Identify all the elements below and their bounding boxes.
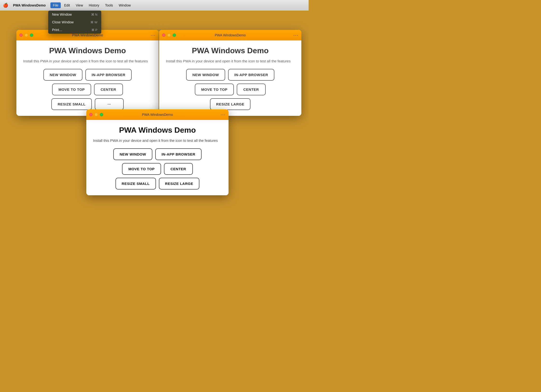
- fullscreen-button-1[interactable]: [30, 33, 33, 37]
- menu-new-window[interactable]: New Window ⌘ N: [48, 11, 101, 18]
- resize-large-btn-2[interactable]: RESIZE LARGE: [210, 98, 251, 110]
- close-button-3[interactable]: [89, 113, 93, 116]
- menu-print[interactable]: Print… ⌘ P: [48, 26, 101, 34]
- center-btn-2[interactable]: CENTER: [237, 84, 266, 95]
- btn-row-1-1: NEW WINDOW IN-APP BROWSER: [43, 69, 132, 81]
- new-window-btn-3[interactable]: NEW WINDOW: [113, 148, 152, 160]
- pwa-window-1: PWA WindowsDemo ··· PWA Windows Demo Ins…: [16, 30, 159, 116]
- button-grid-2: NEW WINDOW IN-APP BROWSER MOVE TO TOP CE…: [166, 69, 295, 110]
- minimize-button-1[interactable]: [25, 33, 28, 37]
- in-app-browser-btn-1[interactable]: IN-APP BROWSER: [85, 69, 132, 81]
- pwa-window-3: PWA WindowsDemo ··· PWA Windows Demo Ins…: [86, 109, 229, 195]
- pwa-content-1: PWA Windows Demo Install this PWA in you…: [16, 40, 159, 116]
- in-app-browser-btn-2[interactable]: IN-APP BROWSER: [228, 69, 274, 81]
- menu-tools[interactable]: Tools: [103, 2, 115, 8]
- menu-history[interactable]: History: [86, 2, 102, 8]
- in-app-browser-btn-3[interactable]: IN-APP BROWSER: [155, 148, 202, 160]
- menu-file[interactable]: File: [50, 2, 61, 8]
- btn-row-3-3: RESIZE SMALL RESIZE LARGE: [115, 178, 200, 189]
- new-window-btn-2[interactable]: NEW WINDOW: [186, 69, 225, 81]
- btn-row-1-2: MOVE TO TOP CENTER: [52, 84, 123, 95]
- menubar: 🍎 PWA WindowsDemo File Edit View History…: [0, 0, 309, 11]
- move-to-top-btn-3[interactable]: MOVE TO TOP: [122, 163, 161, 175]
- menu-close-window[interactable]: Close Window ⌘ W: [48, 18, 101, 26]
- window-menu-1[interactable]: ···: [151, 33, 156, 38]
- traffic-lights-2: [162, 33, 176, 37]
- pwa-desc-1: Install this PWA in your device and open…: [23, 59, 152, 64]
- fullscreen-button-3[interactable]: [100, 113, 103, 116]
- menu-edit[interactable]: Edit: [62, 2, 72, 8]
- resize-small-btn-3[interactable]: RESIZE SMALL: [115, 178, 156, 189]
- new-window-shortcut: ⌘ N: [91, 13, 97, 16]
- pwa-app-title-3: PWA Windows Demo: [93, 126, 222, 135]
- move-to-top-btn-1[interactable]: MOVE TO TOP: [52, 84, 91, 95]
- window-menu-3[interactable]: ···: [221, 112, 226, 117]
- center-btn-3[interactable]: CENTER: [164, 163, 193, 175]
- pwa-desc-3: Install this PWA in your device and open…: [93, 138, 222, 144]
- pwa-content-3: PWA Windows Demo Install this PWA in you…: [86, 120, 229, 195]
- pwa-app-title-2: PWA Windows Demo: [166, 46, 295, 55]
- close-window-label: Close Window: [52, 20, 74, 24]
- pwa-app-title-1: PWA Windows Demo: [23, 46, 152, 55]
- btn-row-2-1: NEW WINDOW IN-APP BROWSER: [186, 69, 274, 81]
- titlebar-3: PWA WindowsDemo ···: [86, 109, 229, 120]
- window-menu-2[interactable]: ···: [293, 33, 298, 38]
- desktop: PWA WindowsDemo ··· PWA Windows Demo Ins…: [0, 11, 309, 217]
- menu-window[interactable]: Window: [116, 2, 133, 8]
- more-btn-1[interactable]: ···: [95, 98, 124, 110]
- pwa-content-2: PWA Windows Demo Install this PWA in you…: [159, 40, 301, 116]
- close-button-1[interactable]: [19, 33, 23, 37]
- resize-small-btn-1[interactable]: RESIZE SMALL: [51, 98, 92, 110]
- new-window-btn-1[interactable]: NEW WINDOW: [43, 69, 82, 81]
- traffic-lights-3: [89, 113, 103, 116]
- btn-row-1-3: RESIZE SMALL ···: [51, 98, 124, 110]
- window-title-2: PWA WindowsDemo: [215, 33, 246, 37]
- new-window-label: New Window: [52, 13, 72, 16]
- minimize-button-2[interactable]: [167, 33, 171, 37]
- close-window-shortcut: ⌘ W: [90, 20, 97, 24]
- center-btn-1[interactable]: CENTER: [94, 84, 123, 95]
- print-shortcut: ⌘ P: [91, 28, 97, 32]
- btn-row-2-3: RESIZE LARGE: [210, 98, 251, 110]
- close-button-2[interactable]: [162, 33, 165, 37]
- button-grid-3: NEW WINDOW IN-APP BROWSER MOVE TO TOP CE…: [93, 148, 222, 189]
- traffic-lights-1: [19, 33, 33, 37]
- btn-row-3-1: NEW WINDOW IN-APP BROWSER: [113, 148, 202, 160]
- button-grid-1: NEW WINDOW IN-APP BROWSER MOVE TO TOP CE…: [23, 69, 152, 110]
- btn-row-2-2: MOVE TO TOP CENTER: [195, 84, 265, 95]
- resize-large-btn-3[interactable]: RESIZE LARGE: [159, 178, 200, 189]
- app-name-label: PWA WindowsDemo: [11, 2, 47, 8]
- window-title-3: PWA WindowsDemo: [142, 113, 173, 117]
- fullscreen-button-2[interactable]: [173, 33, 176, 37]
- pwa-window-2: PWA WindowsDemo ··· PWA Windows Demo Ins…: [159, 30, 301, 116]
- move-to-top-btn-2[interactable]: MOVE TO TOP: [195, 84, 234, 95]
- file-dropdown-menu: New Window ⌘ N Close Window ⌘ W Print… ⌘…: [48, 11, 101, 34]
- btn-row-3-2: MOVE TO TOP CENTER: [122, 163, 193, 175]
- apple-menu-icon[interactable]: 🍎: [3, 3, 8, 8]
- print-label: Print…: [52, 28, 62, 32]
- menu-view[interactable]: View: [73, 2, 85, 8]
- pwa-desc-2: Install this PWA in your device and open…: [166, 59, 295, 64]
- titlebar-2: PWA WindowsDemo ···: [159, 30, 301, 40]
- minimize-button-3[interactable]: [95, 113, 98, 116]
- window-title-1: PWA WindowsDemo: [72, 33, 103, 37]
